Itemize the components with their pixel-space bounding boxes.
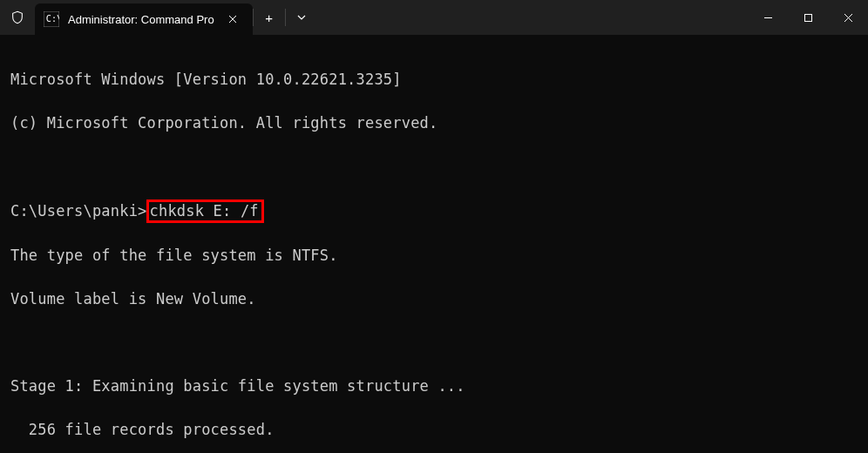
new-tab-button[interactable]: + <box>254 0 285 35</box>
svg-rect-5 <box>804 14 811 21</box>
blank-line <box>10 332 858 354</box>
highlighted-command: chkdsk E: /f <box>146 199 264 223</box>
tab-dropdown-button[interactable] <box>286 0 317 35</box>
tab-title: Administrator: Command Pro <box>68 13 214 26</box>
terminal-output[interactable]: Microsoft Windows [Version 10.0.22621.32… <box>0 35 868 453</box>
active-tab[interactable]: C:\ Administrator: Command Pro <box>35 3 253 35</box>
cmd-icon: C:\ <box>44 11 59 27</box>
output-line: Volume label is New Volume. <box>10 288 858 310</box>
tab-actions: + <box>253 0 317 35</box>
window-controls <box>748 0 868 35</box>
output-line: Stage 1: Examining basic file system str… <box>10 375 858 397</box>
prompt-text: C:\Users\panki> <box>10 202 147 220</box>
maximize-button[interactable] <box>788 0 828 35</box>
svg-text:C:\: C:\ <box>46 14 59 24</box>
output-line: 256 file records processed. <box>10 419 858 441</box>
tab-close-button[interactable] <box>223 10 242 29</box>
prompt-line: C:\Users\panki>chkdsk E: /f <box>10 199 858 223</box>
output-line: (c) Microsoft Corporation. All rights re… <box>10 112 858 134</box>
title-bar: C:\ Administrator: Command Pro + <box>0 0 868 35</box>
output-line: Microsoft Windows [Version 10.0.22621.32… <box>10 69 858 91</box>
app-shield-icon <box>0 0 35 35</box>
blank-line <box>10 156 858 178</box>
minimize-button[interactable] <box>748 0 788 35</box>
title-bar-drag-area[interactable] <box>317 0 748 35</box>
close-window-button[interactable] <box>828 0 868 35</box>
output-line: The type of the file system is NTFS. <box>10 245 858 267</box>
